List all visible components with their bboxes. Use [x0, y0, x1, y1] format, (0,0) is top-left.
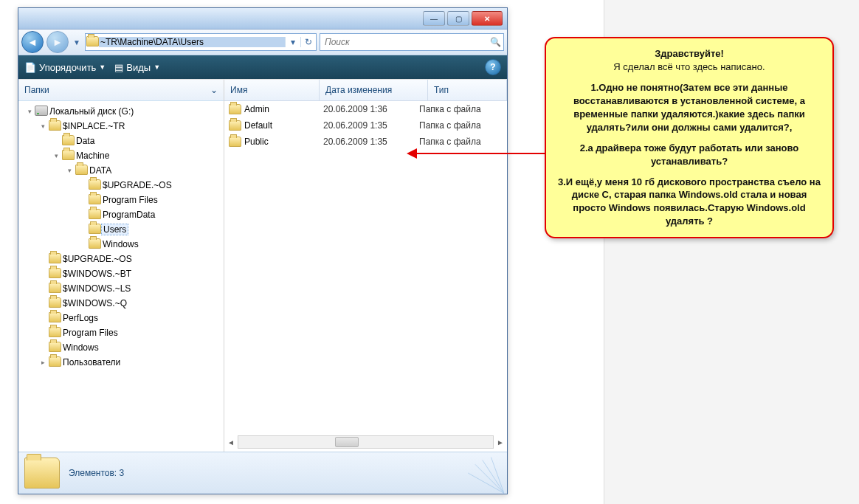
expand-icon[interactable]: ▾: [51, 152, 61, 159]
file-row[interactable]: Public20.06.2009 1:35Папка с файла: [224, 134, 507, 150]
navbar: ◄ ► ▼ ▾ ↻ 🔍: [18, 30, 507, 55]
tree-item[interactable]: $UPGRADE.~OS: [23, 178, 224, 193]
scroll-left-icon[interactable]: ◄: [224, 438, 238, 446]
folder-icon: [48, 312, 61, 325]
chevron-down-icon: ▼: [153, 63, 160, 71]
tree-item[interactable]: ▾Machine: [23, 148, 224, 163]
tree-label: $WINDOWS.~Q: [61, 298, 127, 308]
history-dropdown[interactable]: ▼: [72, 32, 82, 52]
tree-label: Локальный диск (G:): [48, 106, 134, 117]
tree-label: $WINDOWS.~BT: [61, 269, 131, 279]
organize-icon: 📄: [24, 62, 36, 73]
tree-item[interactable]: ProgramData: [23, 207, 224, 222]
folder-icon: [61, 150, 75, 162]
refresh-button[interactable]: ↻: [300, 37, 316, 47]
tree-item[interactable]: Users: [23, 222, 224, 237]
toolbar: 📄 Упорядочить ▼ ▤ Виды ▼ ?: [18, 55, 507, 79]
scroll-track[interactable]: [238, 435, 494, 449]
columns-header[interactable]: Имя Дата изменения Тип: [224, 80, 507, 101]
folder-icon: [48, 297, 61, 310]
content-pane: Имя Дата изменения Тип Admin20.06.2009 1…: [224, 80, 507, 452]
file-row[interactable]: Default20.06.2009 1:35Папка с файла: [224, 117, 507, 134]
tree-label: DATA: [88, 165, 111, 176]
tree-item[interactable]: $UPGRADE.~OS: [23, 252, 224, 266]
folder-icon: [229, 120, 241, 131]
file-name: Admin: [244, 104, 269, 114]
folder-icon: [229, 104, 241, 114]
tree-item[interactable]: Windows: [23, 340, 224, 355]
tree-label: $WINDOWS.~LS: [61, 283, 131, 294]
col-date[interactable]: Дата изменения: [320, 80, 428, 100]
tree-item[interactable]: Program Files: [23, 193, 224, 207]
folder-icon: [24, 458, 60, 489]
forward-button[interactable]: ►: [46, 31, 69, 53]
col-name[interactable]: Имя: [224, 80, 320, 100]
folder-tree[interactable]: ▾Локальный диск (G:)▾$INPLACE.~TRData▾Ma…: [18, 101, 224, 452]
titlebar[interactable]: — ▢ ✕: [18, 8, 507, 30]
scroll-right-icon[interactable]: ►: [494, 438, 507, 446]
tree-label: ProgramData: [101, 210, 155, 220]
annotation-callout: Здравствуйте! Я сделал всё что здесь нап…: [545, 37, 834, 238]
expand-icon[interactable]: ▾: [38, 122, 48, 130]
search-bar[interactable]: 🔍: [320, 33, 504, 51]
folder-icon: [88, 238, 101, 251]
status-text: Элементов: 3: [69, 468, 124, 478]
path-input[interactable]: [99, 37, 285, 47]
file-type: Папка с файла: [419, 137, 507, 147]
organize-button[interactable]: 📄 Упорядочить ▼: [24, 62, 106, 73]
file-date: 20.06.2009 1:35: [323, 120, 419, 131]
folder-icon: [86, 36, 99, 49]
file-type: Папка с файла: [419, 104, 507, 114]
tree-item[interactable]: ▾$INPLACE.~TR: [23, 119, 224, 134]
callout-hello: Здравствуйте!: [655, 48, 724, 59]
scroll-thumb[interactable]: [335, 437, 359, 447]
tree-item[interactable]: ▾Локальный диск (G:): [23, 104, 224, 119]
maximize-button[interactable]: ▢: [447, 11, 469, 26]
expand-icon[interactable]: ▾: [64, 167, 75, 174]
annotation-arrow: [413, 153, 545, 154]
file-row[interactable]: Admin20.06.2009 1:36Папка с файла: [224, 101, 507, 117]
help-button[interactable]: ?: [485, 59, 501, 75]
tree-label: $INPLACE.~TR: [61, 121, 125, 131]
organize-label: Упорядочить: [39, 62, 96, 73]
body-pane: Папки ⌄ ▾Локальный диск (G:)▾$INPLACE.~T…: [18, 79, 507, 452]
tree-label: Data: [75, 136, 94, 146]
file-name: Default: [244, 120, 272, 131]
file-date: 20.06.2009 1:35: [323, 137, 419, 147]
callout-p1: 1.Одно не понятно(Затем все эти данные в…: [573, 82, 805, 133]
path-dropdown[interactable]: ▾: [285, 37, 300, 47]
expand-icon[interactable]: ▾: [24, 108, 35, 115]
expand-icon[interactable]: ▸: [38, 359, 48, 366]
folder-icon: [48, 327, 61, 339]
search-input[interactable]: [320, 37, 487, 47]
flare-graphic: [446, 457, 504, 494]
nav-header[interactable]: Папки ⌄: [18, 80, 224, 101]
folder-icon: [61, 135, 75, 148]
folder-icon: [88, 179, 101, 192]
tree-label: Users: [101, 224, 128, 235]
tree-item[interactable]: ▾DATA: [23, 163, 224, 178]
tree-item[interactable]: $WINDOWS.~LS: [23, 281, 224, 296]
col-type[interactable]: Тип: [428, 80, 507, 100]
tree-item[interactable]: $WINDOWS.~Q: [23, 296, 224, 311]
hscrollbar[interactable]: ◄ ►: [224, 435, 507, 449]
views-label: Виды: [126, 62, 151, 73]
folder-icon: [48, 283, 61, 295]
tree-item[interactable]: Program Files: [23, 325, 224, 340]
nav-panel: Папки ⌄ ▾Локальный диск (G:)▾$INPLACE.~T…: [18, 80, 224, 452]
back-button[interactable]: ◄: [21, 31, 44, 53]
views-button[interactable]: ▤ Виды ▼: [114, 62, 160, 73]
address-bar[interactable]: ▾ ↻: [85, 33, 317, 51]
tree-item[interactable]: PerfLogs: [23, 311, 224, 325]
folder-icon: [88, 194, 101, 207]
chevron-down-icon: ⌄: [210, 85, 218, 95]
minimize-button[interactable]: —: [423, 11, 445, 26]
tree-item[interactable]: $WINDOWS.~BT: [23, 266, 224, 281]
tree-item[interactable]: Data: [23, 134, 224, 148]
tree-item[interactable]: Windows: [23, 237, 224, 252]
close-button[interactable]: ✕: [472, 11, 503, 26]
tree-label: Пользователи: [61, 357, 120, 367]
file-name-cell: Admin: [224, 104, 323, 114]
search-icon[interactable]: 🔍: [487, 37, 503, 47]
tree-item[interactable]: ▸Пользователи: [23, 355, 224, 370]
